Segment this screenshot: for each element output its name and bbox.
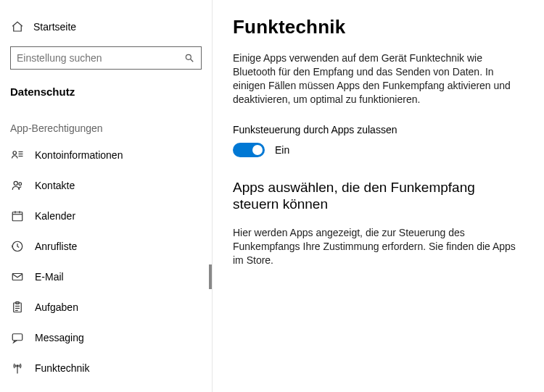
sidebar-item-messaging[interactable]: Messaging xyxy=(0,322,212,353)
sidebar-item-radios[interactable]: Funktechnik xyxy=(0,353,212,383)
search-input[interactable] xyxy=(17,52,184,64)
home-icon xyxy=(10,20,25,33)
sidebar-item-label: E-Mail xyxy=(35,271,64,283)
svg-point-24 xyxy=(17,365,18,367)
sidebar-item-call-history[interactable]: Anrufliste xyxy=(0,231,212,262)
sidebar-item-label: Funktechnik xyxy=(35,362,89,374)
svg-line-1 xyxy=(191,59,194,62)
section-subtitle: Apps auswählen, die den Funkempfang steu… xyxy=(233,179,523,214)
page-title: Funktechnik xyxy=(233,16,524,38)
sidebar-section-heading: Datenschutz xyxy=(0,70,212,98)
search-icon xyxy=(184,52,195,64)
sidebar-item-label: Kontakte xyxy=(35,180,75,191)
contacts-icon xyxy=(10,178,25,193)
allow-radio-control-toggle[interactable] xyxy=(233,143,265,157)
sidebar-item-label: Kontoinformationen xyxy=(35,149,123,161)
svg-point-7 xyxy=(19,183,22,185)
svg-rect-16 xyxy=(12,274,22,280)
sidebar-item-label: Anrufliste xyxy=(35,241,77,252)
sidebar-item-contacts[interactable]: Kontakte xyxy=(0,170,212,201)
home-label: Startseite xyxy=(33,21,76,33)
toggle-label: Funksteuerung durch Apps zulassen xyxy=(233,124,524,135)
svg-point-2 xyxy=(13,151,17,155)
sidebar-item-account-info[interactable]: Kontoinformationen xyxy=(0,140,212,170)
calendar-icon xyxy=(10,209,25,223)
sidebar: Startseite Datenschutz App-Berechtigunge… xyxy=(0,0,213,392)
toggle-knob xyxy=(252,145,263,155)
search-input-wrap[interactable] xyxy=(10,46,202,70)
sidebar-item-label: Kalender xyxy=(35,210,75,222)
radios-icon xyxy=(10,361,25,375)
sidebar-subsection-heading: App-Berechtigungen xyxy=(0,98,212,137)
sidebar-item-tasks[interactable]: Aufgaben xyxy=(0,292,212,322)
svg-rect-22 xyxy=(12,334,22,341)
email-icon xyxy=(10,270,25,284)
call-history-icon xyxy=(10,239,25,254)
messaging-icon xyxy=(10,330,25,345)
sidebar-item-calendar[interactable]: Kalender xyxy=(0,201,212,231)
home-nav[interactable]: Startseite xyxy=(0,13,212,41)
sidebar-item-label: Aufgaben xyxy=(35,301,78,313)
svg-point-6 xyxy=(14,181,17,185)
sidebar-item-label: Messaging xyxy=(35,332,84,343)
toggle-state-text: Ein xyxy=(275,144,289,156)
content-pane: Funktechnik Einige Apps verwenden auf de… xyxy=(213,0,544,392)
page-description: Einige Apps verwenden auf dem Gerät Funk… xyxy=(233,51,524,107)
tasks-icon xyxy=(10,300,25,314)
svg-rect-8 xyxy=(12,212,22,221)
sidebar-nav-list: Kontoinformationen Kontakte Kalender xyxy=(0,140,212,383)
section-subdescription: Hier werden Apps angezeigt, die zur Steu… xyxy=(233,226,524,267)
svg-point-0 xyxy=(186,54,191,59)
sidebar-item-email[interactable]: E-Mail xyxy=(0,262,212,292)
account-info-icon xyxy=(10,148,25,162)
